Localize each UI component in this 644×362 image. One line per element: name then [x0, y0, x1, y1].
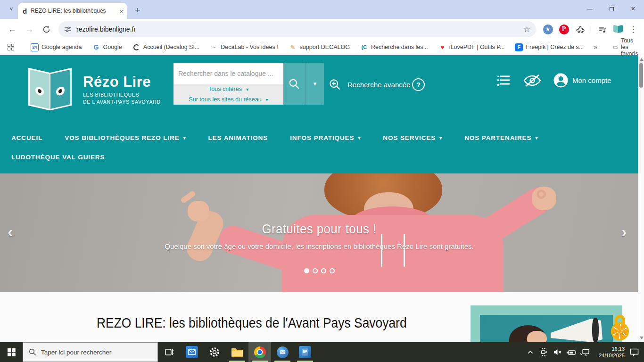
- calendar-icon: 24: [31, 43, 39, 51]
- account-label: Mon compte: [572, 76, 611, 84]
- tray-chevron-up-icon[interactable]: [524, 342, 536, 362]
- scope-select[interactable]: Sur tous les sites du réseau▾: [173, 94, 283, 105]
- catalog-search-input[interactable]: [173, 63, 283, 84]
- nav-label: LUDOTHÈQUE VAL GUIERS: [11, 154, 105, 161]
- account-button[interactable]: Mon compte: [553, 73, 611, 88]
- bookmark-support-decalog[interactable]: ✎support DECALOG: [289, 43, 350, 51]
- minimize-icon: [587, 9, 593, 9]
- site-header: Rézo Lire LES BIBLIOTHÈQUES DE L'AVANT-P…: [0, 55, 644, 127]
- thunderbird-icon[interactable]: [271, 342, 294, 362]
- eye-slash-accessibility-icon[interactable]: [522, 74, 542, 88]
- scroll-down-arrow-icon[interactable]: [640, 337, 644, 339]
- decalog-ring-icon: [132, 43, 140, 51]
- advanced-search-link[interactable]: Recherche avancée: [329, 78, 410, 91]
- user-icon: [553, 73, 568, 88]
- bookmark-recherche[interactable]: (CRecherche dans les...: [360, 43, 428, 51]
- carousel-dot-2[interactable]: [313, 268, 318, 273]
- all-favorites-button[interactable]: Tous les favoris: [610, 37, 642, 57]
- extensions-puzzle-icon[interactable]: [573, 22, 587, 36]
- folder-icon: [613, 44, 618, 51]
- carousel-dot-3[interactable]: [321, 268, 326, 273]
- carousel-dot-1[interactable]: [304, 268, 309, 273]
- bookmark-label: Accueil (Decalog SI...: [143, 44, 200, 50]
- bookmark-decalog-accueil[interactable]: Accueil (Decalog SI...: [132, 43, 200, 51]
- reload-button[interactable]: [39, 22, 54, 37]
- scroll-up-arrow-icon[interactable]: [640, 58, 644, 61]
- playlist-extension-icon[interactable]: [595, 22, 609, 36]
- bookmark-label: Recherche dans les...: [371, 44, 428, 50]
- battery-charging-icon[interactable]: [565, 342, 577, 362]
- minimize-button[interactable]: [579, 0, 601, 18]
- site-settings-icon[interactable]: [64, 25, 72, 33]
- address-bar[interactable]: rezolire.bibenligne.fr ☆: [58, 21, 536, 37]
- help-button[interactable]: ?: [412, 78, 425, 91]
- carousel-dot-4[interactable]: [330, 268, 335, 273]
- chrome-icon[interactable]: [248, 342, 271, 362]
- advanced-search-label: Recherche avancée: [347, 81, 410, 89]
- close-button[interactable]: ×: [622, 0, 644, 18]
- scrollbar-thumb[interactable]: [639, 63, 643, 88]
- nav-infos-pratiques[interactable]: INFOS PRATIQUES▾: [290, 134, 361, 141]
- decalab-icon: ~: [210, 43, 218, 51]
- meet-now-camera-icon[interactable]: [538, 342, 550, 362]
- playlist-icon: [598, 25, 607, 34]
- site-logo[interactable]: Rézo Lire LES BIBLIOTHÈQUES DE L'AVANT-P…: [27, 65, 161, 114]
- back-button[interactable]: ←: [5, 22, 20, 37]
- tab-search-chevron-icon[interactable]: ˅: [6, 4, 17, 15]
- carousel-next-arrow[interactable]: ›: [621, 222, 627, 241]
- mail-app-icon[interactable]: [181, 342, 203, 362]
- browser-menu-icon[interactable]: ⋮: [627, 25, 639, 34]
- chevron-down-icon: ▾: [439, 135, 442, 140]
- page-content: REZO LIRE: les bibliothèques de l'Avant …: [0, 292, 644, 342]
- hero-carousel: Gratuites pour tous ! Quelque soit votre…: [0, 173, 644, 292]
- toolbar-divider: [591, 25, 591, 33]
- taskbar-clock[interactable]: 16:13 24/10/2025: [593, 346, 627, 359]
- bookmark-label: iLovePDF | Outils P...: [449, 44, 505, 50]
- criteria-select[interactable]: Tous critères▾: [173, 84, 283, 94]
- lemon-lock-icon[interactable]: [611, 315, 629, 342]
- start-button[interactable]: [0, 342, 23, 362]
- pinterest-extension-icon[interactable]: P: [557, 22, 571, 36]
- nav-services[interactable]: NOS SERVICES▾: [383, 134, 442, 141]
- writer-app-icon[interactable]: [294, 342, 316, 362]
- bookmark-google[interactable]: GGoogle: [92, 43, 122, 51]
- nav-ludotheque[interactable]: LUDOTHÈQUE VAL GUIERS: [11, 154, 105, 161]
- search-button[interactable]: [283, 63, 305, 105]
- bookmarks-overflow-chevron[interactable]: »: [589, 43, 602, 51]
- bookmark-ilovepdf[interactable]: ♥iLovePDF | Outils P...: [438, 43, 505, 51]
- file-explorer-icon[interactable]: [226, 342, 248, 362]
- task-view-icon: [165, 348, 174, 356]
- action-center-icon[interactable]: [628, 342, 640, 362]
- bookmark-star-icon[interactable]: ☆: [523, 25, 530, 34]
- page-scrollbar[interactable]: [638, 55, 644, 342]
- windows-logo-icon: [8, 348, 16, 356]
- volume-muted-icon[interactable]: [552, 342, 563, 362]
- search-icon: [29, 348, 36, 356]
- search-options-button[interactable]: ▾: [305, 63, 324, 105]
- taskbar-search-input[interactable]: [41, 349, 145, 356]
- nav-animations[interactable]: LES ANIMATIONS: [208, 134, 268, 141]
- carousel-prev-arrow[interactable]: ‹: [8, 222, 13, 241]
- nav-partenaires[interactable]: NOS PARTENAIRES▾: [464, 134, 538, 141]
- bookmark-freepik[interactable]: FFreepik | Créez de s...: [515, 43, 584, 51]
- apps-grid-icon[interactable]: [8, 44, 14, 50]
- restore-button[interactable]: [601, 0, 622, 18]
- forward-button[interactable]: →: [22, 22, 37, 37]
- bookmark-google-agenda[interactable]: 24Google agenda: [31, 43, 82, 51]
- network-ethernet-icon[interactable]: [579, 342, 591, 362]
- taskbar-search-box[interactable]: [23, 342, 158, 362]
- nav-accueil[interactable]: ACCUEIL: [11, 134, 42, 141]
- restore-icon: [610, 7, 614, 11]
- chevron-down-icon: ▾: [246, 87, 248, 92]
- settings-app-icon[interactable]: [203, 342, 226, 362]
- browser-tab[interactable]: d REZO LIRE: les bibliothèques de ×: [18, 3, 127, 19]
- nav-bibliotheques[interactable]: VOS BIBLIOTHÈQUES REZO LIRE▾: [65, 134, 186, 141]
- tab-close-icon[interactable]: ×: [119, 7, 124, 15]
- promo-card[interactable]: [471, 305, 622, 342]
- blue-star-extension-icon[interactable]: ★: [541, 22, 555, 36]
- bookmark-decalab[interactable]: ~DecaLab - Vos idées !: [210, 43, 278, 51]
- task-view-button[interactable]: [158, 342, 181, 362]
- my-lists-icon[interactable]: [496, 74, 511, 87]
- new-tab-button[interactable]: +: [131, 4, 144, 17]
- bibenligne-book-extension-icon[interactable]: [611, 22, 625, 36]
